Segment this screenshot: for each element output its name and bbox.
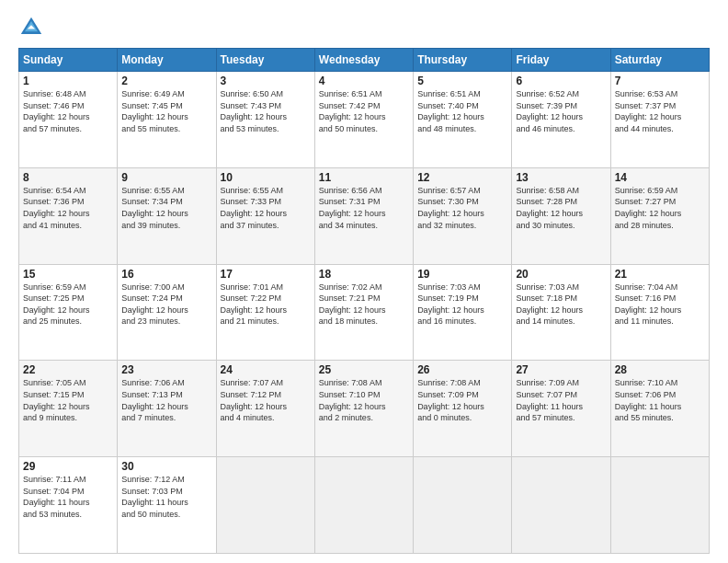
- day-info: Sunrise: 6:51 AM Sunset: 7:42 PM Dayligh…: [319, 88, 409, 134]
- calendar-cell: 26Sunrise: 7:08 AM Sunset: 7:09 PM Dayli…: [414, 361, 512, 457]
- calendar-cell: 8Sunrise: 6:54 AM Sunset: 7:36 PM Daylig…: [19, 167, 118, 264]
- day-number: 17: [221, 268, 311, 281]
- day-info: Sunrise: 7:00 AM Sunset: 7:24 PM Dayligh…: [121, 282, 211, 327]
- calendar-cell: 29Sunrise: 7:11 AM Sunset: 7:04 PM Dayli…: [19, 457, 118, 554]
- day-info: Sunrise: 7:12 AM Sunset: 7:03 PM Dayligh…: [121, 474, 211, 520]
- col-header-wednesday: Wednesday: [314, 49, 413, 72]
- col-header-monday: Monday: [118, 49, 216, 72]
- calendar-cell: 12Sunrise: 6:57 AM Sunset: 7:30 PM Dayli…: [414, 167, 512, 264]
- calendar-cell: 15Sunrise: 6:59 AM Sunset: 7:25 PM Dayli…: [19, 264, 118, 361]
- logo: [18, 15, 48, 40]
- day-info: Sunrise: 6:53 AM Sunset: 7:37 PM Dayligh…: [615, 88, 705, 134]
- day-number: 16: [121, 268, 211, 281]
- calendar-cell: 17Sunrise: 7:01 AM Sunset: 7:22 PM Dayli…: [216, 264, 314, 361]
- day-info: Sunrise: 7:03 AM Sunset: 7:18 PM Dayligh…: [516, 282, 606, 327]
- calendar-cell: 20Sunrise: 7:03 AM Sunset: 7:18 PM Dayli…: [512, 264, 610, 361]
- calendar-cell: 23Sunrise: 7:06 AM Sunset: 7:13 PM Dayli…: [118, 361, 216, 457]
- day-info: Sunrise: 7:08 AM Sunset: 7:09 PM Dayligh…: [417, 377, 507, 423]
- week-row-2: 8Sunrise: 6:54 AM Sunset: 7:36 PM Daylig…: [19, 167, 710, 264]
- day-number: 11: [319, 171, 409, 184]
- calendar-cell: [610, 457, 709, 554]
- calendar-cell: 22Sunrise: 7:05 AM Sunset: 7:15 PM Dayli…: [19, 361, 118, 457]
- day-number: 29: [23, 460, 113, 473]
- day-number: 15: [23, 268, 113, 281]
- day-info: Sunrise: 6:59 AM Sunset: 7:27 PM Dayligh…: [615, 185, 705, 231]
- day-number: 26: [417, 363, 507, 376]
- calendar-cell: 14Sunrise: 6:59 AM Sunset: 7:27 PM Dayli…: [610, 167, 709, 264]
- day-number: 19: [417, 268, 507, 281]
- header-row: SundayMondayTuesdayWednesdayThursdayFrid…: [19, 49, 710, 72]
- day-info: Sunrise: 7:08 AM Sunset: 7:10 PM Dayligh…: [319, 377, 409, 423]
- day-info: Sunrise: 6:56 AM Sunset: 7:31 PM Dayligh…: [319, 185, 409, 231]
- calendar-cell: 21Sunrise: 7:04 AM Sunset: 7:16 PM Dayli…: [610, 264, 709, 361]
- day-info: Sunrise: 6:58 AM Sunset: 7:28 PM Dayligh…: [516, 185, 606, 231]
- day-number: 18: [319, 268, 409, 281]
- day-number: 28: [615, 363, 705, 376]
- day-info: Sunrise: 7:07 AM Sunset: 7:12 PM Dayligh…: [221, 377, 311, 423]
- day-info: Sunrise: 7:02 AM Sunset: 7:21 PM Dayligh…: [319, 282, 409, 327]
- calendar-cell: 6Sunrise: 6:52 AM Sunset: 7:39 PM Daylig…: [512, 72, 610, 168]
- calendar-cell: 13Sunrise: 6:58 AM Sunset: 7:28 PM Dayli…: [512, 167, 610, 264]
- day-info: Sunrise: 6:49 AM Sunset: 7:45 PM Dayligh…: [121, 88, 211, 134]
- day-number: 22: [23, 363, 113, 376]
- calendar-header: SundayMondayTuesdayWednesdayThursdayFrid…: [19, 49, 710, 72]
- calendar-table: SundayMondayTuesdayWednesdayThursdayFrid…: [18, 48, 710, 554]
- day-number: 3: [221, 75, 311, 87]
- week-row-1: 1Sunrise: 6:48 AM Sunset: 7:46 PM Daylig…: [19, 72, 710, 168]
- day-info: Sunrise: 7:09 AM Sunset: 7:07 PM Dayligh…: [516, 377, 606, 423]
- calendar-cell: 7Sunrise: 6:53 AM Sunset: 7:37 PM Daylig…: [610, 72, 709, 168]
- calendar-cell: 28Sunrise: 7:10 AM Sunset: 7:06 PM Dayli…: [610, 361, 709, 457]
- day-info: Sunrise: 6:55 AM Sunset: 7:34 PM Dayligh…: [121, 185, 211, 231]
- calendar-cell: 4Sunrise: 6:51 AM Sunset: 7:42 PM Daylig…: [314, 72, 413, 168]
- day-number: 14: [615, 171, 705, 184]
- calendar-cell: 3Sunrise: 6:50 AM Sunset: 7:43 PM Daylig…: [216, 72, 314, 168]
- col-header-thursday: Thursday: [414, 49, 512, 72]
- day-info: Sunrise: 7:06 AM Sunset: 7:13 PM Dayligh…: [121, 377, 211, 423]
- calendar-body: 1Sunrise: 6:48 AM Sunset: 7:46 PM Daylig…: [19, 72, 710, 554]
- calendar-cell: 9Sunrise: 6:55 AM Sunset: 7:34 PM Daylig…: [118, 167, 216, 264]
- calendar-cell: [512, 457, 610, 554]
- day-info: Sunrise: 7:11 AM Sunset: 7:04 PM Dayligh…: [23, 474, 113, 520]
- day-number: 4: [319, 75, 409, 87]
- page: SundayMondayTuesdayWednesdayThursdayFrid…: [0, 0, 728, 563]
- col-header-sunday: Sunday: [19, 49, 118, 72]
- day-number: 2: [121, 75, 211, 87]
- week-row-4: 22Sunrise: 7:05 AM Sunset: 7:15 PM Dayli…: [19, 361, 710, 457]
- calendar-cell: 2Sunrise: 6:49 AM Sunset: 7:45 PM Daylig…: [118, 72, 216, 168]
- col-header-saturday: Saturday: [610, 49, 709, 72]
- calendar-cell: 11Sunrise: 6:56 AM Sunset: 7:31 PM Dayli…: [314, 167, 413, 264]
- col-header-friday: Friday: [512, 49, 610, 72]
- calendar-cell: 27Sunrise: 7:09 AM Sunset: 7:07 PM Dayli…: [512, 361, 610, 457]
- day-info: Sunrise: 7:01 AM Sunset: 7:22 PM Dayligh…: [221, 282, 311, 327]
- day-number: 25: [319, 363, 409, 376]
- day-info: Sunrise: 7:03 AM Sunset: 7:19 PM Dayligh…: [417, 282, 507, 327]
- week-row-5: 29Sunrise: 7:11 AM Sunset: 7:04 PM Dayli…: [19, 457, 710, 554]
- day-info: Sunrise: 7:10 AM Sunset: 7:06 PM Dayligh…: [615, 377, 705, 423]
- day-info: Sunrise: 6:57 AM Sunset: 7:30 PM Dayligh…: [417, 185, 507, 231]
- calendar-cell: [414, 457, 512, 554]
- day-number: 8: [23, 171, 113, 184]
- day-number: 23: [121, 363, 211, 376]
- day-number: 5: [417, 75, 507, 87]
- calendar-cell: 5Sunrise: 6:51 AM Sunset: 7:40 PM Daylig…: [414, 72, 512, 168]
- col-header-tuesday: Tuesday: [216, 49, 314, 72]
- day-number: 12: [417, 171, 507, 184]
- day-info: Sunrise: 6:51 AM Sunset: 7:40 PM Dayligh…: [417, 88, 507, 134]
- day-number: 6: [516, 75, 606, 87]
- day-info: Sunrise: 7:04 AM Sunset: 7:16 PM Dayligh…: [615, 282, 705, 327]
- day-info: Sunrise: 6:55 AM Sunset: 7:33 PM Dayligh…: [221, 185, 311, 231]
- header: [18, 15, 710, 40]
- day-number: 21: [615, 268, 705, 281]
- day-info: Sunrise: 6:59 AM Sunset: 7:25 PM Dayligh…: [23, 282, 113, 327]
- day-number: 30: [121, 460, 211, 473]
- day-info: Sunrise: 6:48 AM Sunset: 7:46 PM Dayligh…: [23, 88, 113, 134]
- day-number: 7: [615, 75, 705, 87]
- logo-icon: [18, 15, 44, 40]
- calendar-cell: 19Sunrise: 7:03 AM Sunset: 7:19 PM Dayli…: [414, 264, 512, 361]
- day-info: Sunrise: 6:54 AM Sunset: 7:36 PM Dayligh…: [23, 185, 113, 231]
- week-row-3: 15Sunrise: 6:59 AM Sunset: 7:25 PM Dayli…: [19, 264, 710, 361]
- calendar-cell: [314, 457, 413, 554]
- calendar-cell: 18Sunrise: 7:02 AM Sunset: 7:21 PM Dayli…: [314, 264, 413, 361]
- day-info: Sunrise: 6:50 AM Sunset: 7:43 PM Dayligh…: [221, 88, 311, 134]
- calendar-cell: 16Sunrise: 7:00 AM Sunset: 7:24 PM Dayli…: [118, 264, 216, 361]
